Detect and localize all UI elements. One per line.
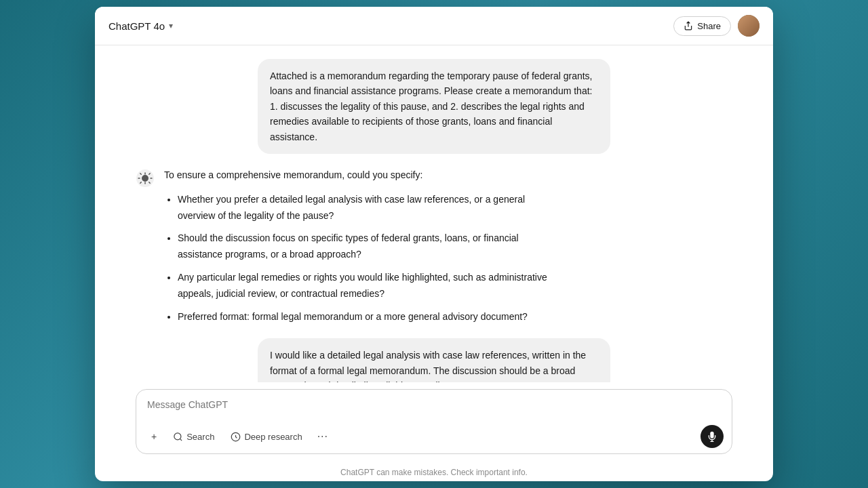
share-button[interactable]: Share xyxy=(673,16,731,36)
bullet-4: Preferred format: formal legal memorandu… xyxy=(178,309,557,325)
chat-area: Attached is a memorandum regarding the t… xyxy=(95,45,773,382)
app-window: ChatGPT 4o ▾ Share Attached is a memoran… xyxy=(95,7,773,481)
assistant-bullets-1: Whether you prefer a detailed legal anal… xyxy=(164,192,557,325)
bullet-3: Any particular legal remedies or rights … xyxy=(178,270,557,302)
header-right: Share xyxy=(673,15,760,37)
search-label: Search xyxy=(186,432,214,442)
svg-point-2 xyxy=(174,432,181,439)
message-input[interactable] xyxy=(136,390,732,420)
bullet-1: Whether you prefer a detailed legal anal… xyxy=(178,192,557,224)
deep-research-button[interactable]: Deep research xyxy=(224,428,309,446)
share-icon xyxy=(684,21,693,30)
search-button[interactable]: Search xyxy=(166,428,221,446)
input-area: + Search Deep research xyxy=(95,382,773,464)
share-label: Share xyxy=(697,21,721,31)
user-message-1-container: Attached is a memorandum regarding the t… xyxy=(95,59,773,154)
header-left: ChatGPT 4o ▾ xyxy=(108,20,173,32)
microphone-icon xyxy=(707,431,717,442)
user-message-2: I would like a detailed legal analysis w… xyxy=(258,338,610,382)
add-icon: + xyxy=(151,431,157,442)
assistant-icon-1 xyxy=(136,169,155,188)
header: ChatGPT 4o ▾ Share xyxy=(95,7,773,45)
deep-research-icon xyxy=(231,432,241,442)
toolbar-left: + Search Deep research xyxy=(144,426,334,447)
more-button[interactable]: ··· xyxy=(312,426,334,447)
deep-research-label: Deep research xyxy=(244,432,302,442)
chevron-down-icon: ▾ xyxy=(169,21,173,30)
bullet-2: Should the discussion focus on specific … xyxy=(178,230,557,263)
user-message-1: Attached is a memorandum regarding the t… xyxy=(258,59,610,154)
search-icon xyxy=(173,432,183,442)
assistant-intro-1: To ensure a comprehensive memorandum, co… xyxy=(164,167,557,184)
avatar xyxy=(738,15,760,37)
send-button[interactable] xyxy=(701,425,724,448)
footer: ChatGPT can make mistakes. Check importa… xyxy=(95,464,773,481)
add-button[interactable]: + xyxy=(144,427,163,446)
input-toolbar: + Search Deep research xyxy=(136,420,732,453)
user-message-2-container: I would like a detailed legal analysis w… xyxy=(95,338,773,382)
more-icon: ··· xyxy=(317,430,328,442)
avatar-image xyxy=(738,15,760,37)
assistant-message-1-container: To ensure a comprehensive memorandum, co… xyxy=(95,167,773,325)
assistant-content-1: To ensure a comprehensive memorandum, co… xyxy=(164,167,557,325)
app-title: ChatGPT 4o xyxy=(108,20,165,32)
footer-text: ChatGPT can make mistakes. Check importa… xyxy=(340,468,528,477)
input-box: + Search Deep research xyxy=(136,389,732,454)
